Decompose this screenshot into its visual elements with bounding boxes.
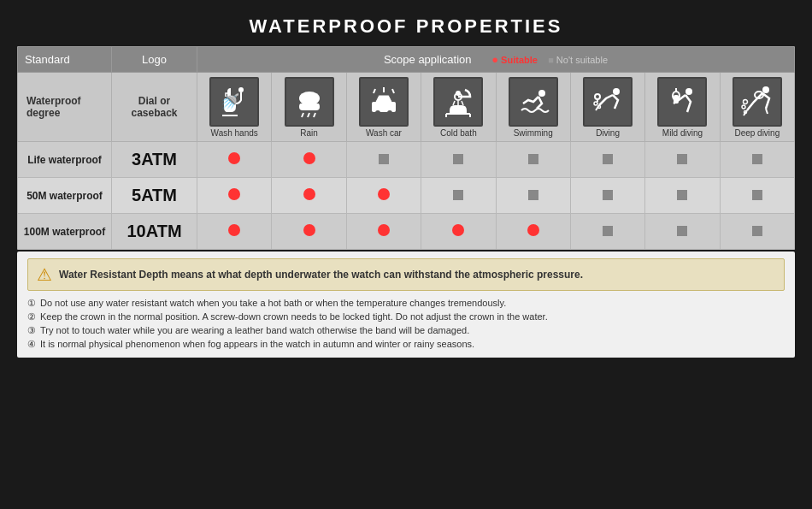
table-wrapper: Standard Logo Scope application ● Suitab…	[17, 46, 795, 250]
svg-point-18	[613, 88, 620, 95]
10atm-col8	[720, 214, 794, 250]
not-suitable-indicator	[528, 154, 538, 164]
not-suitable-indicator	[379, 154, 389, 164]
wash-car-label: Wash car	[366, 128, 402, 139]
wash-hands-label: Wash hands	[211, 128, 258, 139]
wash-hands-col: 🚿 Wash hands	[197, 73, 272, 142]
row-3atm: Life waterproof 3ATM	[18, 142, 795, 178]
svg-line-13	[453, 101, 455, 105]
5atm-col5	[496, 178, 570, 214]
cold-bath-icon	[433, 77, 483, 127]
notes-list: ① Do not use any water resistant watch w…	[27, 296, 785, 351]
suitable-indicator	[527, 224, 539, 236]
suitable-indicator	[378, 224, 390, 236]
10atm-col6	[570, 214, 644, 250]
bottom-section: ⚠ Water Resistant Depth means at what de…	[17, 252, 795, 358]
3atm-standard: Life waterproof	[18, 142, 112, 178]
3atm-col4	[421, 142, 496, 178]
svg-point-19	[595, 94, 600, 99]
deep-diving-col: Deep diving	[720, 73, 794, 142]
svg-line-15	[462, 101, 463, 105]
legend: ● Suitable ■ No't suitable	[491, 55, 608, 65]
dial-caseback-cell: Dial or caseback	[112, 73, 197, 142]
not-suitable-indicator	[752, 226, 762, 236]
10atm-logo: 10ATM	[112, 214, 197, 250]
svg-point-28	[742, 105, 745, 109]
cold-bath-col: Cold bath	[421, 73, 496, 142]
3atm-col2	[272, 142, 346, 178]
rain-icon	[285, 77, 334, 127]
10atm-standard: 100M waterproof	[18, 214, 112, 250]
3atm-col5	[496, 142, 570, 178]
main-container: WATERPROOF PROPERTIES Standard Logo Scop…	[0, 0, 812, 509]
10atm-col7	[645, 214, 720, 250]
not-suitable-indicator	[603, 190, 613, 200]
svg-point-7	[375, 110, 380, 115]
diving-col: Diving	[570, 73, 644, 142]
suitable-indicator	[228, 224, 240, 236]
svg-point-2	[299, 92, 320, 105]
svg-line-5	[314, 113, 315, 117]
swimming-label: Swimming	[514, 128, 553, 139]
svg-line-4	[308, 113, 309, 117]
rain-col: Rain	[272, 73, 346, 142]
warning-icon: ⚠	[37, 264, 52, 285]
10atm-col2	[272, 214, 346, 250]
swimming-col: Swimming	[496, 73, 570, 142]
row-5atm: 50M waterproof 5ATM	[18, 178, 795, 214]
10atm-col5	[496, 214, 570, 250]
3atm-col6	[570, 142, 644, 178]
svg-line-11	[392, 89, 394, 93]
not-suitable-indicator	[528, 190, 538, 200]
not-suitable-indicator	[752, 154, 762, 164]
3atm-col3	[346, 142, 421, 178]
svg-point-27	[743, 100, 747, 104]
suitable-indicator	[228, 152, 240, 164]
table-header-row: Standard Logo Scope application ● Suitab…	[18, 47, 795, 73]
svg-point-16	[456, 91, 461, 96]
5atm-col8	[720, 178, 794, 214]
page-title: WATERPROOF PROPERTIES	[17, 9, 795, 46]
waterproof-table: Standard Logo Scope application ● Suitab…	[17, 46, 795, 250]
wash-car-icon	[359, 77, 409, 127]
5atm-logo: 5ATM	[112, 178, 197, 214]
10atm-col3	[346, 214, 421, 250]
row-10atm: 100M waterproof 10ATM	[18, 214, 795, 250]
5atm-col1	[197, 178, 272, 214]
standard-header: Standard	[18, 47, 112, 73]
svg-point-25	[762, 86, 769, 93]
svg-point-8	[387, 110, 392, 115]
svg-point-20	[594, 102, 597, 105]
rain-label: Rain	[300, 128, 318, 139]
suitable-indicator	[303, 152, 315, 164]
5atm-standard: 50M waterproof	[18, 178, 112, 214]
svg-point-21	[598, 106, 601, 109]
suitable-indicator	[228, 188, 240, 200]
not-suitable-indicator	[752, 190, 762, 200]
svg-line-3	[302, 113, 303, 117]
wash-hands-icon: 🚿	[209, 77, 259, 127]
not-suitable-indicator	[603, 226, 613, 236]
not-suitable-indicator	[677, 154, 687, 164]
5atm-col4	[421, 178, 496, 214]
mild-diving-col: Mild diving	[645, 73, 720, 142]
deep-diving-label: Deep diving	[734, 128, 780, 139]
3atm-col1	[197, 142, 272, 178]
diving-icon	[583, 77, 633, 127]
icon-row: Waterproof degree Dial or caseback	[18, 73, 795, 142]
5atm-col7	[645, 178, 720, 214]
5atm-col6	[570, 178, 644, 214]
note-1: ① Do not use any water resistant watch w…	[27, 296, 785, 310]
10atm-col1	[197, 214, 272, 250]
scope-header: Scope application ● Suitable ■ No't suit…	[197, 47, 795, 73]
svg-line-9	[374, 89, 375, 93]
not-suitable-indicator	[677, 190, 687, 200]
diving-label: Diving	[596, 128, 620, 139]
svg-rect-6	[372, 102, 396, 112]
3atm-logo: 3ATM	[112, 142, 197, 178]
note-4: ④ It is normal physical phenomenon when …	[27, 337, 785, 351]
5atm-col2	[272, 178, 346, 214]
mild-diving-icon	[657, 77, 707, 127]
3atm-col7	[645, 142, 720, 178]
svg-point-22	[685, 88, 692, 95]
